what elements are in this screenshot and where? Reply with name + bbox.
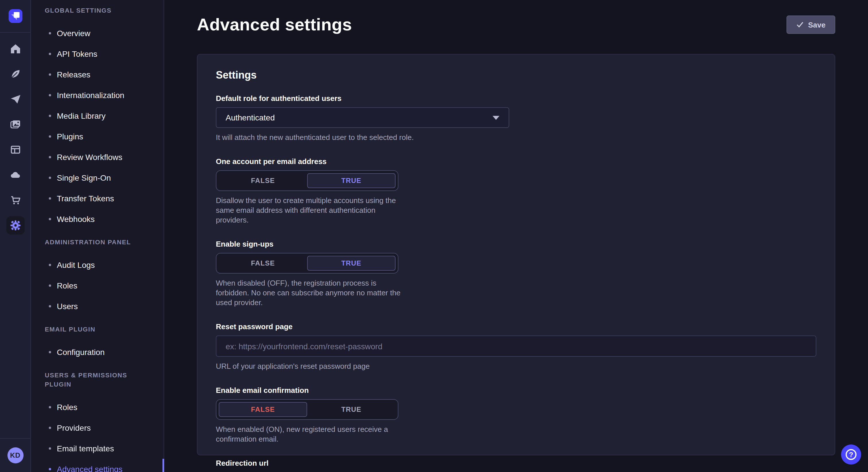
sidebar-item-overview[interactable]: Overview	[31, 23, 164, 43]
layout-icon	[9, 144, 21, 156]
email-confirmation-toggle: FALSE TRUE	[216, 399, 398, 420]
enable-signups-toggle: FALSE TRUE	[216, 253, 398, 274]
sidebar-item-email-templates[interactable]: Email templates	[31, 438, 164, 459]
bullet-icon	[49, 197, 51, 200]
enable-signups-hint: When disabled (OFF), the registration pr…	[216, 278, 406, 307]
bullet-icon	[49, 73, 51, 76]
main-nav-rail: KD	[0, 0, 31, 472]
sidebar-item-label: Overview	[57, 28, 90, 39]
email-confirmation-true-option[interactable]: TRUE	[307, 402, 396, 417]
sidebar-item-label: Email templates	[57, 443, 114, 454]
sidebar-section-global-settings: GLOBAL SETTINGS Overview API Tokens Rele…	[31, 6, 164, 229]
sidebar-item-audit-logs[interactable]: Audit Logs	[31, 255, 164, 275]
home-icon	[9, 43, 21, 55]
reset-password-input[interactable]	[216, 336, 816, 357]
bullet-icon	[49, 264, 51, 266]
sidebar-item-label: Single Sign-On	[57, 172, 111, 183]
sidebar-item-label: Advanced settings	[57, 463, 123, 472]
nav-item-marketplace[interactable]	[3, 188, 28, 213]
sidebar-item-label: Webhooks	[57, 213, 95, 225]
sidebar-item-label: Providers	[57, 422, 91, 434]
user-avatar[interactable]: KD	[7, 447, 23, 463]
cart-icon	[9, 194, 21, 206]
sidebar-section-administration-panel: ADMINISTRATION PANEL Audit Logs Roles Us…	[31, 237, 164, 316]
field-email-confirmation: Enable email confirmation FALSE TRUE Whe…	[216, 386, 816, 444]
bullet-icon	[49, 305, 51, 307]
sidebar-item-admin-users[interactable]: Users	[31, 296, 164, 316]
nav-item-content[interactable]	[3, 61, 28, 87]
gear-icon	[9, 220, 21, 231]
bullet-icon	[49, 177, 51, 179]
nav-item-media[interactable]	[3, 112, 28, 137]
sidebar-item-internationalization[interactable]: Internationalization	[31, 85, 164, 105]
sidebar-item-label: Media Library	[57, 110, 105, 122]
field-reset-password: Reset password page URL of your applicat…	[216, 322, 816, 371]
nav-item-settings[interactable]	[3, 213, 28, 238]
sidebar-item-single-sign-on[interactable]: Single Sign-On	[31, 167, 164, 188]
bullet-icon	[49, 135, 51, 138]
bullet-icon	[49, 427, 51, 429]
bullet-icon	[49, 468, 51, 470]
enable-signups-label: Enable sign-ups	[216, 240, 816, 248]
sidebar-item-releases[interactable]: Releases	[31, 64, 164, 85]
sidebar-item-label: API Tokens	[57, 48, 97, 60]
sidebar-item-admin-roles[interactable]: Roles	[31, 275, 164, 296]
email-confirmation-false-option[interactable]: FALSE	[219, 402, 307, 417]
default-role-label: Default role for authenticated users	[216, 94, 816, 103]
section-title: USERS & PERMISSIONS PLUGIN	[31, 370, 164, 389]
default-role-hint: It will attach the new authenticated use…	[216, 133, 816, 142]
section-title: GLOBAL SETTINGS	[31, 6, 164, 15]
sidebar-item-label: Review Workflows	[57, 151, 122, 163]
default-role-value: Authenticated	[226, 113, 275, 122]
bullet-icon	[49, 115, 51, 117]
enable-signups-false-option[interactable]: FALSE	[219, 256, 307, 271]
nav-item-home[interactable]	[3, 36, 28, 61]
field-one-account: One account per email address FALSE TRUE…	[216, 157, 816, 225]
field-redirection-url: Redirection url	[216, 459, 816, 472]
email-confirmation-label: Enable email confirmation	[216, 386, 816, 395]
field-default-role: Default role for authenticated users Aut…	[216, 94, 816, 142]
help-button[interactable]: ?	[841, 444, 861, 465]
sidebar-item-api-tokens[interactable]: API Tokens	[31, 43, 164, 64]
settings-sidebar: GLOBAL SETTINGS Overview API Tokens Rele…	[31, 0, 164, 472]
reset-password-hint: URL of your application's reset password…	[216, 361, 816, 371]
section-title: EMAIL PLUGIN	[31, 325, 164, 334]
sidebar-item-label: Internationalization	[57, 90, 124, 101]
sidebar-item-advanced-settings[interactable]: Advanced settings	[31, 459, 164, 472]
sidebar-item-webhooks[interactable]: Webhooks	[31, 209, 164, 229]
enable-signups-true-option[interactable]: TRUE	[307, 256, 396, 271]
save-button[interactable]: Save	[786, 15, 835, 34]
bullet-icon	[49, 32, 51, 34]
strapi-logo	[8, 9, 22, 23]
sidebar-item-media-library[interactable]: Media Library	[31, 105, 164, 126]
check-icon	[796, 21, 803, 28]
one-account-false-option[interactable]: FALSE	[219, 173, 307, 188]
default-role-select[interactable]: Authenticated	[216, 107, 509, 128]
save-button-label: Save	[808, 20, 826, 29]
sidebar-item-label: Plugins	[57, 131, 83, 142]
one-account-toggle: FALSE TRUE	[216, 170, 398, 191]
section-title: ADMINISTRATION PANEL	[31, 237, 164, 247]
nav-item-content-manager[interactable]	[3, 137, 28, 162]
sidebar-item-email-configuration[interactable]: Configuration	[31, 342, 164, 363]
strapi-logo-button[interactable]	[0, 0, 31, 33]
divider	[0, 438, 30, 439]
sidebar-item-up-roles[interactable]: Roles	[31, 397, 164, 417]
sidebar-item-plugins[interactable]: Plugins	[31, 126, 164, 147]
one-account-true-option[interactable]: TRUE	[307, 173, 396, 188]
sidebar-item-transfer-tokens[interactable]: Transfer Tokens	[31, 188, 164, 209]
chevron-down-icon	[493, 115, 499, 120]
bullet-icon	[49, 284, 51, 287]
sidebar-item-review-workflows[interactable]: Review Workflows	[31, 147, 164, 167]
reset-password-label: Reset password page	[216, 322, 816, 331]
nav-item-deploy[interactable]	[3, 87, 28, 112]
main-content: Advanced settings Save Settings Default …	[164, 0, 868, 472]
sidebar-item-label: Roles	[57, 401, 78, 413]
sidebar-item-providers[interactable]: Providers	[31, 417, 164, 438]
cloud-icon	[9, 169, 21, 181]
sidebar-item-label: Transfer Tokens	[57, 193, 114, 204]
nav-item-cloud[interactable]	[3, 162, 28, 188]
bullet-icon	[49, 94, 51, 96]
rail-icon-list	[3, 36, 28, 238]
bullet-icon	[49, 218, 51, 220]
